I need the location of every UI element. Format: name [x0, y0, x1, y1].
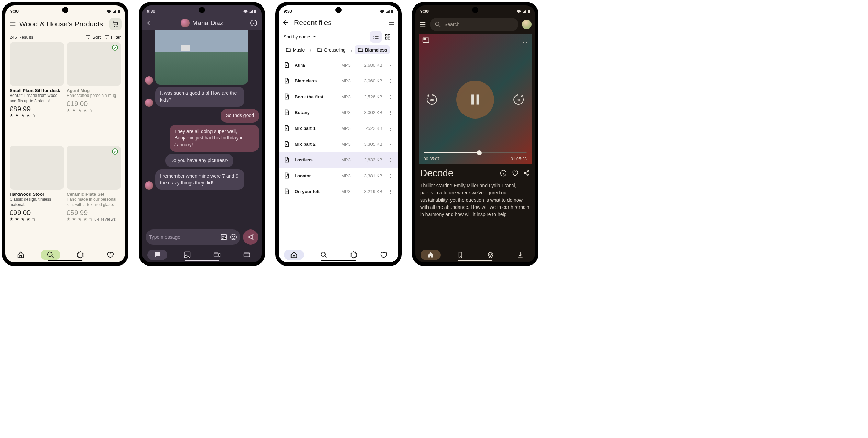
- profile-avatar[interactable]: [522, 20, 532, 29]
- product-description: Beautiful made from wood and fits up to …: [10, 93, 64, 104]
- menu-icon[interactable]: [9, 20, 16, 28]
- file-row[interactable]: Book the first MP3 2,526 KB ⋮: [279, 89, 398, 104]
- breadcrumb-item[interactable]: Music: [283, 45, 307, 54]
- message-input[interactable]: Type message: [146, 229, 240, 245]
- file-name: Aura: [295, 63, 336, 68]
- app-header: Recent files: [279, 16, 398, 30]
- rewind-30-button[interactable]: 30: [425, 93, 438, 106]
- svg-rect-0: [118, 10, 120, 13]
- breadcrumb-item[interactable]: Grouseling: [314, 45, 349, 54]
- more-icon[interactable]: ⋮: [387, 189, 393, 194]
- back-icon[interactable]: [146, 19, 154, 27]
- image-message[interactable]: [155, 30, 248, 85]
- file-size: 3,305 KB: [359, 142, 382, 147]
- file-row[interactable]: Mix part 1 MP3 2522 KB ⋮: [279, 120, 398, 136]
- product-card[interactable]: Agent Mug Handcrafted porcelain mug £19.…: [67, 42, 121, 144]
- message-bubble[interactable]: I remember when mine were 7 and 9 the cr…: [155, 169, 244, 190]
- back-icon[interactable]: [282, 19, 290, 26]
- more-icon[interactable]: ⋮: [387, 157, 393, 162]
- nav-chat[interactable]: [147, 250, 167, 260]
- grid-view-button[interactable]: [382, 31, 393, 43]
- file-row[interactable]: Aura MP3 2,680 KB ⋮: [279, 57, 398, 73]
- file-size: 2,526 KB: [359, 94, 382, 99]
- list-view-button[interactable]: [370, 31, 382, 43]
- info-icon[interactable]: [250, 19, 258, 27]
- pause-button[interactable]: [456, 81, 494, 119]
- filter-button[interactable]: Filter: [104, 34, 121, 40]
- product-image: [10, 42, 64, 86]
- nav-favorites[interactable]: [100, 250, 120, 260]
- chat-header: Maria Diaz: [142, 16, 262, 30]
- more-icon[interactable]: ⋮: [387, 110, 393, 115]
- svg-rect-16: [388, 37, 390, 39]
- image-icon[interactable]: [220, 234, 227, 240]
- message-row: Do you have any pictures!?: [145, 154, 259, 168]
- status-icons: [106, 9, 120, 13]
- contact-name: Maria Diaz: [192, 19, 224, 27]
- emoji-icon[interactable]: [230, 234, 237, 240]
- menu-icon[interactable]: [388, 19, 395, 26]
- file-type: MP3: [341, 110, 354, 115]
- message-bubble[interactable]: They are all doing super well, Benjamin …: [170, 125, 259, 152]
- file-row[interactable]: Mix part 2 MP3 3,305 KB ⋮: [279, 136, 398, 152]
- file-name: Mix part 2: [295, 142, 336, 147]
- nav-search[interactable]: [41, 250, 60, 260]
- product-card[interactable]: Ceramic Plate Set Hand made in our perso…: [67, 146, 121, 247]
- info-icon[interactable]: [500, 170, 507, 177]
- favorite-icon[interactable]: [512, 170, 518, 177]
- sort-button[interactable]: Sort: [85, 34, 101, 40]
- nav-layers[interactable]: [480, 250, 500, 260]
- file-row[interactable]: Lostless MP3 2,833 KB ⋮: [279, 152, 398, 168]
- file-row[interactable]: Botany MP3 3,002 KB ⋮: [279, 104, 398, 120]
- gesture-bar: [185, 260, 219, 261]
- more-icon[interactable]: ⋮: [387, 94, 393, 99]
- product-price: £89.99: [10, 105, 64, 113]
- search-input[interactable]: Search: [430, 18, 518, 31]
- progress-bar[interactable]: 00:35:07 01:05:23: [419, 152, 532, 164]
- pip-icon[interactable]: [422, 37, 429, 43]
- contact-avatar[interactable]: [181, 19, 190, 27]
- nav-verified[interactable]: [344, 250, 364, 260]
- product-card[interactable]: Small Plant Sill for desk Beautiful made…: [10, 42, 64, 144]
- nav-home[interactable]: [284, 250, 304, 260]
- forward-30-button[interactable]: 30: [512, 93, 525, 106]
- nav-download[interactable]: [510, 250, 530, 260]
- page-title: Recent files: [294, 19, 384, 27]
- cart-button[interactable]: [109, 18, 122, 30]
- more-icon[interactable]: ⋮: [387, 63, 393, 68]
- nav-card[interactable]: [237, 250, 257, 260]
- nav-search[interactable]: [314, 250, 334, 260]
- nav-home[interactable]: [11, 250, 31, 260]
- nav-favorites[interactable]: [374, 250, 393, 260]
- more-icon[interactable]: ⋮: [387, 126, 393, 131]
- message-bubble[interactable]: Do you have any pictures!?: [165, 154, 233, 168]
- more-icon[interactable]: ⋮: [387, 142, 393, 147]
- nav-home[interactable]: [421, 250, 441, 260]
- file-row[interactable]: Blameless MP3 3,060 KB ⋮: [279, 73, 398, 89]
- nav-gallery[interactable]: [177, 250, 197, 260]
- message-bubble[interactable]: Sounds good: [221, 109, 259, 123]
- product-image: [10, 146, 64, 190]
- send-button[interactable]: [243, 229, 258, 245]
- page-title: Wood & House's Products: [19, 20, 106, 28]
- sort-button[interactable]: Sort by name: [284, 34, 370, 40]
- message-row: It was such a good trip! How are the kid…: [145, 87, 259, 107]
- nav-video[interactable]: [207, 250, 227, 260]
- nav-library[interactable]: [450, 250, 470, 260]
- file-row[interactable]: On your left MP3 3,219 KB ⋮: [279, 183, 398, 199]
- media-player: 30 30 00:35:07 01:05:23: [419, 34, 532, 164]
- breadcrumb-item[interactable]: Blameless: [355, 45, 390, 54]
- nav-deals[interactable]: [70, 250, 90, 260]
- menu-icon[interactable]: [419, 21, 426, 28]
- message-composer: Type message: [142, 227, 262, 247]
- title-row: Decode: [415, 164, 535, 182]
- product-card[interactable]: Hardwood Stool Classic design, timless m…: [10, 146, 64, 247]
- file-row[interactable]: Locator MP3 3,381 KB ⋮: [279, 168, 398, 183]
- more-icon[interactable]: ⋮: [387, 173, 393, 178]
- sort-row: Sort by name: [279, 30, 398, 45]
- share-icon[interactable]: [523, 170, 530, 177]
- more-icon[interactable]: ⋮: [387, 78, 393, 83]
- fullscreen-icon[interactable]: [522, 37, 528, 43]
- message-bubble[interactable]: It was such a good trip! How are the kid…: [155, 87, 244, 107]
- media-description: Thriller starring Emily Miller and Lydia…: [415, 182, 535, 247]
